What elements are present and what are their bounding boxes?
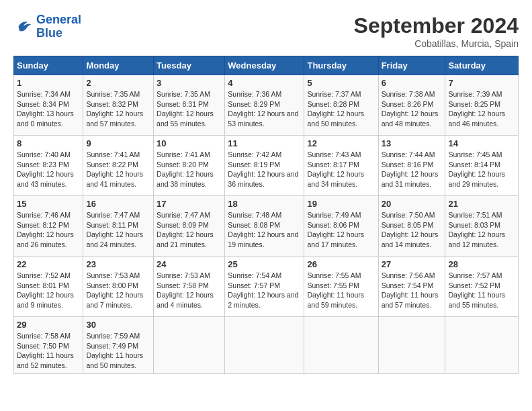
day-number: 26 (307, 259, 375, 269)
day-info: Sunrise: 7:56 AM Sunset: 7:54 PM Dayligh… (382, 271, 443, 310)
day-info: Sunrise: 7:44 AM Sunset: 8:16 PM Dayligh… (382, 150, 443, 189)
day-info: Sunrise: 7:40 AM Sunset: 8:23 PM Dayligh… (17, 150, 80, 189)
day-info: Sunrise: 7:51 AM Sunset: 8:03 PM Dayligh… (448, 210, 515, 250)
logo-icon (13, 17, 34, 37)
calendar-week-row: 8 Sunrise: 7:40 AM Sunset: 8:23 PM Dayli… (14, 136, 519, 196)
day-number: 3 (157, 78, 222, 88)
day-number: 12 (307, 138, 375, 148)
day-number: 24 (157, 259, 222, 269)
day-number: 9 (86, 138, 150, 148)
calendar-day-cell: 29 Sunrise: 7:58 AM Sunset: 7:50 PM Dayl… (14, 317, 83, 374)
day-info: Sunrise: 7:41 AM Sunset: 8:22 PM Dayligh… (86, 150, 150, 189)
calendar-day-cell: 20 Sunrise: 7:50 AM Sunset: 8:05 PM Dayl… (378, 196, 445, 257)
calendar-day-cell (445, 317, 519, 374)
calendar-day-cell: 18 Sunrise: 7:48 AM Sunset: 8:08 PM Dayl… (225, 196, 304, 257)
calendar-day-cell: 8 Sunrise: 7:40 AM Sunset: 8:23 PM Dayli… (14, 136, 83, 196)
day-info: Sunrise: 7:54 AM Sunset: 7:57 PM Dayligh… (228, 271, 301, 310)
day-number: 30 (86, 320, 150, 330)
day-number: 14 (448, 138, 515, 148)
calendar-day-cell: 16 Sunrise: 7:47 AM Sunset: 8:11 PM Dayl… (83, 196, 154, 257)
day-info: Sunrise: 7:36 AM Sunset: 8:29 PM Dayligh… (228, 89, 301, 129)
calendar-day-cell: 30 Sunrise: 7:59 AM Sunset: 7:49 PM Dayl… (83, 317, 154, 374)
title-block: September 2024 Cobatillas, Murcia, Spain (354, 13, 519, 49)
logo: General Blue (13, 13, 81, 40)
calendar-day-cell: 23 Sunrise: 7:53 AM Sunset: 8:00 PM Dayl… (83, 257, 154, 317)
weekday-header-row: SundayMondayTuesdayWednesdayThursdayFrid… (14, 56, 519, 75)
day-info: Sunrise: 7:53 AM Sunset: 8:00 PM Dayligh… (86, 271, 150, 310)
calendar-day-cell: 4 Sunrise: 7:36 AM Sunset: 8:29 PM Dayli… (225, 75, 304, 136)
logo-text: General Blue (36, 13, 81, 40)
day-info: Sunrise: 7:49 AM Sunset: 8:06 PM Dayligh… (307, 210, 375, 250)
calendar-day-cell: 11 Sunrise: 7:42 AM Sunset: 8:19 PM Dayl… (225, 136, 304, 196)
calendar-day-cell: 12 Sunrise: 7:43 AM Sunset: 8:17 PM Dayl… (304, 136, 378, 196)
month-title: September 2024 (354, 13, 519, 38)
weekday-header: Thursday (304, 56, 378, 75)
day-info: Sunrise: 7:37 AM Sunset: 8:28 PM Dayligh… (307, 89, 375, 129)
calendar-day-cell: 22 Sunrise: 7:52 AM Sunset: 8:01 PM Dayl… (14, 257, 83, 317)
calendar-day-cell (225, 317, 304, 374)
day-info: Sunrise: 7:35 AM Sunset: 8:31 PM Dayligh… (157, 89, 222, 129)
calendar-day-cell: 14 Sunrise: 7:45 AM Sunset: 8:14 PM Dayl… (445, 136, 519, 196)
day-number: 15 (17, 199, 80, 209)
calendar-day-cell: 1 Sunrise: 7:34 AM Sunset: 8:34 PM Dayli… (14, 75, 83, 136)
day-number: 23 (86, 259, 150, 269)
weekday-header: Tuesday (154, 56, 225, 75)
calendar-day-cell: 10 Sunrise: 7:41 AM Sunset: 8:20 PM Dayl… (154, 136, 225, 196)
calendar-day-cell (378, 317, 445, 374)
calendar-day-cell: 6 Sunrise: 7:38 AM Sunset: 8:26 PM Dayli… (378, 75, 445, 136)
day-info: Sunrise: 7:47 AM Sunset: 8:09 PM Dayligh… (157, 210, 222, 250)
page-header: General Blue September 2024 Cobatillas, … (13, 13, 519, 49)
day-number: 27 (382, 259, 443, 269)
logo-blue: Blue (36, 27, 81, 40)
weekday-header: Monday (83, 56, 154, 75)
location-subtitle: Cobatillas, Murcia, Spain (354, 38, 519, 49)
day-number: 11 (228, 138, 301, 148)
calendar-day-cell: 15 Sunrise: 7:46 AM Sunset: 8:12 PM Dayl… (14, 196, 83, 257)
day-info: Sunrise: 7:39 AM Sunset: 8:25 PM Dayligh… (448, 89, 515, 129)
calendar-day-cell: 17 Sunrise: 7:47 AM Sunset: 8:09 PM Dayl… (154, 196, 225, 257)
day-info: Sunrise: 7:57 AM Sunset: 7:52 PM Dayligh… (448, 271, 515, 310)
day-number: 21 (448, 199, 515, 209)
calendar-day-cell: 9 Sunrise: 7:41 AM Sunset: 8:22 PM Dayli… (83, 136, 154, 196)
day-info: Sunrise: 7:41 AM Sunset: 8:20 PM Dayligh… (157, 150, 222, 189)
day-info: Sunrise: 7:47 AM Sunset: 8:11 PM Dayligh… (86, 210, 150, 250)
weekday-header: Friday (378, 56, 445, 75)
logo-general: General (36, 13, 81, 26)
day-info: Sunrise: 7:53 AM Sunset: 7:58 PM Dayligh… (157, 271, 222, 310)
day-info: Sunrise: 7:50 AM Sunset: 8:05 PM Dayligh… (382, 210, 443, 250)
calendar-table: SundayMondayTuesdayWednesdayThursdayFrid… (13, 56, 519, 374)
day-info: Sunrise: 7:38 AM Sunset: 8:26 PM Dayligh… (382, 89, 443, 129)
weekday-header: Wednesday (225, 56, 304, 75)
calendar-day-cell (154, 317, 225, 374)
day-info: Sunrise: 7:59 AM Sunset: 7:49 PM Dayligh… (86, 331, 150, 371)
weekday-header: Saturday (445, 56, 519, 75)
calendar-day-cell: 25 Sunrise: 7:54 AM Sunset: 7:57 PM Dayl… (225, 257, 304, 317)
day-number: 29 (17, 320, 80, 330)
day-number: 2 (86, 78, 150, 88)
day-info: Sunrise: 7:48 AM Sunset: 8:08 PM Dayligh… (228, 210, 301, 250)
day-info: Sunrise: 7:58 AM Sunset: 7:50 PM Dayligh… (17, 331, 80, 371)
day-info: Sunrise: 7:35 AM Sunset: 8:32 PM Dayligh… (86, 89, 150, 129)
day-number: 7 (448, 78, 515, 88)
weekday-header: Sunday (14, 56, 83, 75)
day-info: Sunrise: 7:34 AM Sunset: 8:34 PM Dayligh… (17, 89, 80, 129)
day-number: 17 (157, 199, 222, 209)
calendar-day-cell (304, 317, 378, 374)
calendar-day-cell: 26 Sunrise: 7:55 AM Sunset: 7:55 PM Dayl… (304, 257, 378, 317)
day-info: Sunrise: 7:42 AM Sunset: 8:19 PM Dayligh… (228, 150, 301, 189)
day-number: 6 (382, 78, 443, 88)
calendar-day-cell: 27 Sunrise: 7:56 AM Sunset: 7:54 PM Dayl… (378, 257, 445, 317)
calendar-day-cell: 3 Sunrise: 7:35 AM Sunset: 8:31 PM Dayli… (154, 75, 225, 136)
day-number: 25 (228, 259, 301, 269)
day-number: 20 (382, 199, 443, 209)
calendar-day-cell: 13 Sunrise: 7:44 AM Sunset: 8:16 PM Dayl… (378, 136, 445, 196)
day-number: 8 (17, 138, 80, 148)
calendar-day-cell: 21 Sunrise: 7:51 AM Sunset: 8:03 PM Dayl… (445, 196, 519, 257)
calendar-day-cell: 24 Sunrise: 7:53 AM Sunset: 7:58 PM Dayl… (154, 257, 225, 317)
day-number: 10 (157, 138, 222, 148)
day-info: Sunrise: 7:46 AM Sunset: 8:12 PM Dayligh… (17, 210, 80, 250)
calendar-week-row: 22 Sunrise: 7:52 AM Sunset: 8:01 PM Dayl… (14, 257, 519, 317)
day-number: 28 (448, 259, 515, 269)
day-info: Sunrise: 7:43 AM Sunset: 8:17 PM Dayligh… (307, 150, 375, 189)
calendar-week-row: 15 Sunrise: 7:46 AM Sunset: 8:12 PM Dayl… (14, 196, 519, 257)
